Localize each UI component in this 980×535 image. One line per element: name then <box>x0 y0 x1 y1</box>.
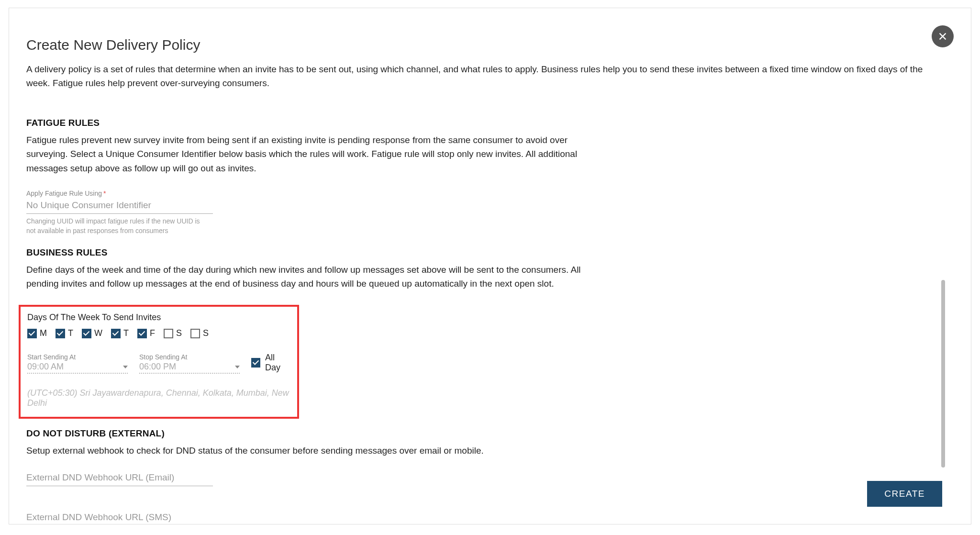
unique-consumer-identifier-select[interactable] <box>26 198 213 214</box>
page-description: A delivery policy is a set of rules that… <box>26 63 926 90</box>
days-of-week-label: Days Of The Week To Send Invites <box>27 312 290 323</box>
day-checkbox-4: F <box>137 328 155 338</box>
close-icon <box>937 31 948 42</box>
day-checkbox-3: T <box>111 328 129 338</box>
business-rules-description: Define days of the week and time of the … <box>26 263 601 291</box>
time-range-row: Start Sending At 09:00 AM Stop Sending A… <box>27 353 290 374</box>
fatigue-rules-heading: FATIGUE RULES <box>26 118 954 128</box>
footer: CREATE <box>867 481 942 507</box>
start-sending-label: Start Sending At <box>27 353 128 361</box>
close-button[interactable] <box>932 25 954 47</box>
days-of-week-row: MTWTFSS <box>27 328 290 338</box>
day-checkbox-box-3[interactable] <box>111 329 121 338</box>
day-checkbox-box-6[interactable] <box>190 329 200 338</box>
stop-sending-select[interactable]: 06:00 PM <box>139 362 240 374</box>
day-checkbox-label-4: F <box>150 328 155 338</box>
dnd-description: Setup external webhook to check for DND … <box>26 444 601 457</box>
start-sending-select[interactable]: 09:00 AM <box>27 362 128 374</box>
start-sending-value: 09:00 AM <box>27 362 64 372</box>
day-checkbox-label-0: M <box>40 328 47 338</box>
dnd-heading: DO NOT DISTURB (EXTERNAL) <box>26 428 954 439</box>
fatigue-rules-description: Fatigue rules prevent new survey invite … <box>26 133 601 175</box>
day-checkbox-5: S <box>164 328 182 338</box>
create-button[interactable]: CREATE <box>867 481 942 507</box>
day-checkbox-box-0[interactable] <box>27 329 37 338</box>
day-checkbox-box-4[interactable] <box>137 329 147 338</box>
day-checkbox-0: M <box>27 328 47 338</box>
stop-sending-label: Stop Sending At <box>139 353 240 361</box>
chevron-down-icon <box>123 366 128 368</box>
day-checkbox-label-1: T <box>68 328 73 338</box>
day-checkbox-label-2: W <box>94 328 102 338</box>
day-checkbox-label-3: T <box>123 328 129 338</box>
business-rules-heading: BUSINESS RULES <box>26 247 954 258</box>
day-checkbox-label-5: S <box>176 328 182 338</box>
all-day-checkbox[interactable] <box>251 358 260 368</box>
day-checkbox-1: T <box>56 328 73 338</box>
timezone-text: (UTC+05:30) Sri Jayawardenapura, Chennai… <box>27 388 290 408</box>
all-day-label: All Day <box>265 353 290 373</box>
fatigue-field-label: Apply Fatigue Rule Using* <box>26 189 954 197</box>
day-checkbox-6: S <box>190 328 209 338</box>
day-checkbox-box-5[interactable] <box>164 329 173 338</box>
chevron-down-icon <box>235 366 240 368</box>
dialog-panel: Create New Delivery Policy A delivery po… <box>9 8 971 524</box>
day-checkbox-box-2[interactable] <box>82 329 91 338</box>
scrollbar[interactable] <box>941 280 945 468</box>
dnd-webhook-email-input[interactable] <box>26 469 213 486</box>
stop-sending-value: 06:00 PM <box>139 362 176 372</box>
fatigue-helper-text: Changing UUID will impact fatigue rules … <box>26 217 208 235</box>
dnd-webhook-sms-input[interactable] <box>26 509 213 524</box>
day-checkbox-2: W <box>82 328 102 338</box>
required-star: * <box>103 189 106 197</box>
day-checkbox-box-1[interactable] <box>56 329 65 338</box>
page-title: Create New Delivery Policy <box>26 37 954 53</box>
days-time-highlight: Days Of The Week To Send Invites MTWTFSS… <box>19 305 299 419</box>
day-checkbox-label-6: S <box>203 328 209 338</box>
